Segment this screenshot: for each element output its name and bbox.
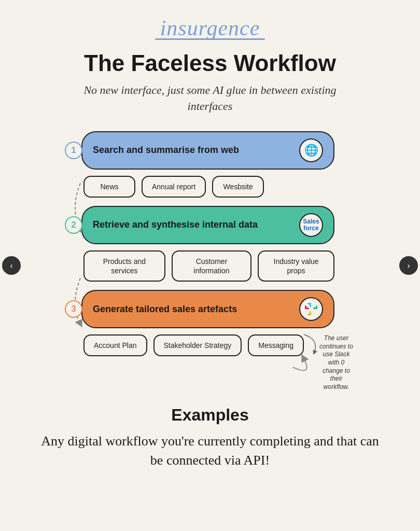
note-arrow-svg	[299, 329, 325, 355]
sub-item-website: Wesbsite	[212, 176, 264, 198]
sub-item-news: News	[83, 176, 135, 198]
step-1-label: Search and summarise from web	[93, 145, 295, 156]
step-3-bar: Generate tailored sales artefacts	[81, 290, 334, 328]
sub-item-industry-props: Industry value props	[258, 250, 334, 282]
step-1-icon: 🌐	[299, 138, 323, 162]
globe-icon: 🌐	[304, 144, 318, 157]
sub-item-products: Products and services	[83, 250, 165, 282]
sub-item-customer-info: Customer information	[172, 250, 251, 282]
workflow-diagram: 1 Search and summarise from web 🌐 News A…	[65, 131, 355, 392]
step-1-number: 1	[65, 142, 82, 159]
examples-body: Any digital workflow you're currently co…	[39, 432, 381, 470]
sub-item-messaging: Messaging	[248, 334, 304, 356]
step-3-bottom-area: Account Plan Stakeholder Strategy Messag…	[83, 330, 353, 391]
sub-item-account-plan: Account Plan	[83, 334, 147, 356]
nav-right-button[interactable]: ›	[399, 256, 418, 275]
step-1-row: 1 Search and summarise from web 🌐	[65, 131, 334, 170]
step-2-row: 2 Retrieve and synthesise internal data …	[65, 206, 334, 244]
step-2-label: Retrieve and synthesise internal data	[93, 219, 295, 230]
sub-item-stakeholder-strategy: Stakeholder Strategy	[153, 334, 242, 356]
logo: insurgence	[160, 16, 260, 40]
step-1-bar: Search and summarise from web 🌐	[81, 131, 334, 170]
step-1-sub-items: News Annual report Wesbsite	[83, 176, 264, 198]
step-3-label: Generate tailored sales artefacts	[93, 304, 295, 315]
page-title: The Faceless Workflow	[84, 50, 336, 76]
step-3-row: 3 Generate tailored sales artefacts	[65, 290, 334, 328]
step-2-sub-items: Products and services Customer informati…	[83, 250, 334, 282]
svg-rect-1	[305, 305, 306, 309]
step-2-bar: Retrieve and synthesise internal data Sa…	[81, 206, 334, 244]
step-3-icon	[299, 297, 323, 321]
chevron-left-icon: ‹	[10, 260, 13, 271]
step-2-number: 2	[65, 216, 82, 234]
sub-item-annual-report: Annual report	[142, 176, 206, 198]
examples-title: Examples	[39, 406, 381, 425]
salesforce-icon: Salesforce	[303, 218, 319, 232]
step-3-sub-items: Account Plan Stakeholder Strategy Messag…	[83, 334, 304, 356]
chevron-right-icon: ›	[407, 260, 410, 271]
examples-section: Examples Any digital workflow you're cur…	[39, 406, 381, 470]
svg-rect-3	[307, 303, 311, 304]
note-area: The user continues to use Slack with 0 c…	[309, 334, 353, 391]
logo-text: insurgence	[160, 16, 260, 40]
step-3-number: 3	[65, 300, 82, 318]
step-2-icon: Salesforce	[299, 213, 323, 237]
slack-icon	[303, 301, 319, 317]
nav-left-button[interactable]: ‹	[2, 256, 21, 275]
svg-rect-7	[307, 314, 311, 315]
svg-rect-5	[316, 305, 317, 309]
workflow-steps: 1 Search and summarise from web 🌐 News A…	[65, 131, 334, 392]
page-subtitle: No new interface, just some AI glue in b…	[65, 82, 355, 115]
